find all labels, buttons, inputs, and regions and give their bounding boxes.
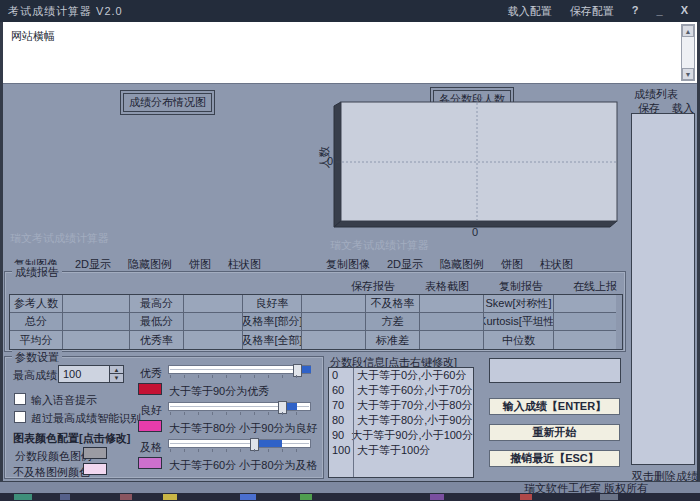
- report-links: 保存报告 表格截图 复制报告 在线上报: [351, 279, 617, 294]
- fail-legend-swatch[interactable]: [83, 463, 107, 475]
- max-score-label: 最高成绩: [13, 368, 57, 383]
- segment-row[interactable]: 0 大于等于0分,小于60分: [329, 368, 473, 383]
- report-value-cell: [184, 313, 243, 331]
- banner-scrollbar[interactable]: ▲ ▼: [681, 24, 695, 81]
- report-table: 参考人数 最高分 良好率 不及格率 Skew[对称性] 总分 最低分 及格率[部…: [9, 294, 623, 350]
- segment-desc: 大于等于0分,小于60分: [353, 368, 466, 383]
- report-label-cell: 不及格率: [366, 295, 420, 313]
- smart-detect-checkbox[interactable]: [14, 411, 26, 423]
- report-value-cell: [184, 295, 243, 313]
- hide-legend-button[interactable]: 隐藏图例: [440, 257, 484, 272]
- segments-divider: [353, 368, 354, 477]
- report-label-cell: Skew[对称性]: [484, 295, 554, 313]
- report-label-cell: 最高分: [130, 295, 184, 313]
- app-window: 考试成绩计算器 V2.0 载入配置 保存配置 ? _ X 网站横幅 ▲ ▼ 成绩…: [0, 0, 700, 501]
- report-label-cell: 中位数: [484, 331, 554, 349]
- copy-image-button[interactable]: 复制图像: [326, 257, 370, 272]
- segments-listbox[interactable]: 0 大于等于0分,小于60分 60 大于等于60分,小于70分 70 大于等于7…: [328, 367, 474, 478]
- score-input[interactable]: [489, 358, 621, 383]
- bar-chart-button[interactable]: 柱状图: [228, 257, 261, 272]
- score-list-title: 成绩列表: [634, 87, 678, 102]
- minimize-button[interactable]: _: [657, 4, 663, 19]
- good-color-swatch[interactable]: [138, 420, 162, 432]
- pass-desc: 大于等于60分 小于80分为及格: [169, 458, 318, 473]
- segment-legend-swatch[interactable]: [83, 447, 107, 459]
- hide-legend-button[interactable]: 隐藏图例: [128, 257, 172, 272]
- segment-value: 0: [329, 368, 353, 383]
- segment-row[interactable]: 60 大于等于60分,小于70分: [329, 383, 473, 398]
- report-groupbox-label: 成绩报告: [12, 265, 62, 280]
- segment-value: 90: [329, 428, 347, 443]
- color-config-label[interactable]: 图表颜色配置[点击修改]: [13, 431, 130, 446]
- report-value-cell: [302, 313, 366, 331]
- load-config-menu[interactable]: 载入配置: [508, 4, 552, 19]
- y-axis-tick: 0: [327, 155, 333, 167]
- scroll-up-icon[interactable]: ▲: [682, 25, 694, 37]
- pass-color-swatch[interactable]: [138, 457, 162, 469]
- segment-desc: 大于等于90分,小于100分: [347, 428, 473, 443]
- segment-desc: 大于等于70分,小于80分: [353, 398, 473, 413]
- report-value-cell: [554, 313, 616, 331]
- report-value-cell: [63, 313, 130, 331]
- undo-button[interactable]: 撤销最近【ESC】: [489, 450, 620, 467]
- web-banner[interactable]: 网站横幅 ▲ ▼: [3, 22, 697, 84]
- excellent-slider[interactable]: [168, 364, 311, 378]
- segment-row[interactable]: 100 大于等于100分: [329, 443, 473, 458]
- report-label-cell: 优秀率: [130, 331, 184, 349]
- report-label-cell: 平均分: [10, 331, 63, 349]
- report-label-cell: 参考人数: [10, 295, 63, 313]
- slider-ticks: [170, 412, 309, 415]
- max-score-spinner[interactable]: 100 ▲ ▼: [58, 365, 124, 383]
- smart-detect-label: 超过最高成绩智能识别: [31, 411, 141, 426]
- pie-chart-button[interactable]: 饼图: [189, 257, 211, 272]
- segment-row[interactable]: 90 大于等于90分,小于100分: [329, 428, 473, 443]
- report-label-cell: 良好率: [243, 295, 302, 313]
- bar-chart-button[interactable]: 柱状图: [540, 257, 573, 272]
- online-submit-button[interactable]: 在线上报: [573, 279, 617, 294]
- good-slider[interactable]: [168, 401, 311, 415]
- pie-chart-button[interactable]: 饼图: [501, 257, 523, 272]
- copy-report-button[interactable]: 复制报告: [499, 279, 543, 294]
- segment-value: 60: [329, 383, 353, 398]
- scroll-down-icon[interactable]: ▼: [682, 68, 694, 80]
- close-button[interactable]: X: [681, 4, 688, 19]
- slider-ticks: [170, 449, 309, 452]
- report-label-cell: 最低分: [130, 313, 184, 331]
- slider-range-fill: [287, 403, 296, 410]
- save-report-button[interactable]: 保存报告: [351, 279, 395, 294]
- x-axis-tick: 0: [472, 226, 478, 238]
- table-screenshot-button[interactable]: 表格截图: [425, 279, 469, 294]
- segment-desc: 大于等于100分: [353, 443, 430, 458]
- segment-row[interactable]: 80 大于等于80分,小于90分: [329, 413, 473, 428]
- right-chart-toolbar: 复制图像 2D显示 隐藏图例 饼图 柱状图: [326, 257, 573, 272]
- spin-down-icon[interactable]: ▼: [110, 374, 123, 382]
- 2d-view-button[interactable]: 2D显示: [75, 257, 111, 272]
- help-button[interactable]: ?: [632, 4, 639, 19]
- voice-prompt-label: 输入语音提示: [31, 393, 97, 408]
- report-label-cell: 标准差: [366, 331, 420, 349]
- report-value-cell: [63, 295, 130, 313]
- window-border-left: [0, 22, 3, 493]
- segment-row[interactable]: 70 大于等于70分,小于80分: [329, 398, 473, 413]
- left-chart-title-box: 成绩分布情况图: [120, 90, 215, 115]
- taskbar-strip: [0, 493, 700, 501]
- excellent-color-swatch[interactable]: [138, 383, 162, 395]
- restart-button[interactable]: 重新开始: [489, 424, 620, 441]
- good-desc: 大于等于80分 小于90分为良好: [169, 421, 318, 436]
- pass-label: 及格: [140, 440, 162, 455]
- enter-score-button[interactable]: 输入成绩【ENTER】: [489, 398, 620, 415]
- left-chart-watermark: 瑞文考试成绩计算器: [10, 231, 109, 246]
- spin-up-icon[interactable]: ▲: [110, 366, 123, 374]
- banner-text[interactable]: 网站横幅: [11, 29, 55, 44]
- pass-slider[interactable]: [168, 438, 311, 452]
- left-chart-title: 成绩分布情况图: [123, 93, 212, 112]
- report-value-cell: [420, 313, 484, 331]
- voice-prompt-checkbox[interactable]: [14, 393, 26, 405]
- fail-legend-label: 不及格图例颜色: [13, 465, 90, 480]
- report-label-cell: 方差: [366, 313, 420, 331]
- save-config-menu[interactable]: 保存配置: [570, 4, 614, 19]
- params-groupbox-label: 参数设置: [12, 350, 62, 365]
- report-value-cell: [420, 295, 484, 313]
- 2d-view-button[interactable]: 2D显示: [387, 257, 423, 272]
- score-listbox[interactable]: [631, 113, 695, 465]
